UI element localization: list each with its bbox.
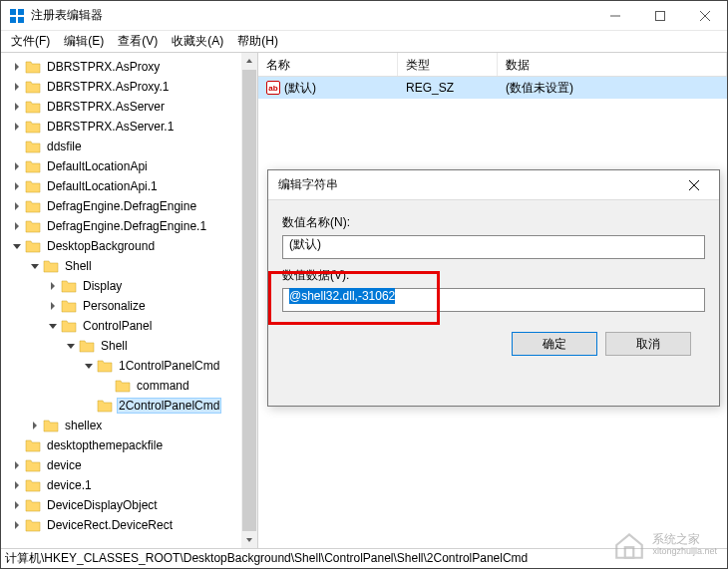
scroll-up-icon[interactable] [241,53,257,69]
folder-icon [115,379,131,393]
tree-item[interactable]: DefaultLocationApi.1 [5,176,257,196]
chevron-right-icon[interactable] [11,101,23,113]
tree-item[interactable]: DesktopBackground [5,236,257,256]
tree-item-label: Shell [63,258,94,274]
chevron-right-icon[interactable] [11,160,23,172]
tree-item-label: DefaultLocationApi [45,158,150,174]
folder-icon [25,219,41,233]
chevron-right-icon[interactable] [11,200,23,212]
chevron-right-icon[interactable] [47,300,59,312]
tree-item-label: device [45,457,84,473]
cancel-button[interactable]: 取消 [605,332,691,356]
expander-none [101,380,113,392]
minimize-button[interactable] [592,1,637,31]
chevron-right-icon[interactable] [11,180,23,192]
folder-icon [25,438,41,452]
folder-icon [25,518,41,532]
chevron-down-icon[interactable] [83,360,95,372]
tree-item[interactable]: Shell [5,336,257,356]
menu-edit[interactable]: 编辑(E) [58,31,110,52]
menu-favorites[interactable]: 收藏夹(A) [166,31,229,52]
list-row[interactable]: ab(默认)REG_SZ(数值未设置) [258,77,727,99]
chevron-right-icon[interactable] [11,121,23,133]
folder-icon [25,498,41,512]
chevron-right-icon[interactable] [11,499,23,511]
tree-item[interactable]: DefragEngine.DefragEngine [5,196,257,216]
menu-view[interactable]: 查看(V) [112,31,164,52]
chevron-right-icon[interactable] [11,519,23,531]
tree-item[interactable]: Shell [5,256,257,276]
ok-button[interactable]: 确定 [512,332,597,356]
svg-rect-1 [18,9,24,15]
tree-item-label: ControlPanel [81,318,154,334]
statusbar: 计算机\HKEY_CLASSES_ROOT\DesktopBackground\… [1,548,727,568]
value-name: (默认) [284,80,316,97]
col-name[interactable]: 名称 [258,53,398,76]
expander-none [11,439,23,451]
tree-item-label: DBRSTPRX.AsProxy.1 [45,79,171,95]
scrollbar-thumb[interactable] [242,70,256,531]
value-data: (数值未设置) [506,80,573,97]
menu-file[interactable]: 文件(F) [5,31,56,52]
tree-item[interactable]: shellex [5,416,257,435]
tree-item[interactable]: DBRSTPRX.AsProxy [5,57,257,77]
tree-item[interactable]: device.1 [5,475,257,495]
chevron-right-icon[interactable] [11,479,23,491]
titlebar: 注册表编辑器 [1,1,727,31]
chevron-down-icon[interactable] [29,260,41,272]
tree-item[interactable]: 1ControlPanelCmd [5,356,257,376]
value-name-input[interactable]: (默认) [282,235,705,259]
tree-item[interactable]: Display [5,276,257,296]
chevron-down-icon[interactable] [11,240,23,252]
tree-item[interactable]: DeviceRect.DeviceRect [5,515,257,535]
menu-help[interactable]: 帮助(H) [231,31,284,52]
chevron-down-icon[interactable] [65,340,77,352]
col-data[interactable]: 数据 [498,53,727,76]
tree-item-label: ddsfile [45,139,84,154]
tree-item[interactable]: DeviceDisplayObject [5,495,257,515]
tree-item-label: DefragEngine.DefragEngine [45,198,198,214]
tree-item-label: 1ControlPanelCmd [117,358,221,374]
col-type[interactable]: 类型 [398,53,498,76]
scroll-down-icon[interactable] [241,532,257,548]
value-name-label: 数值名称(N): [282,214,705,231]
chevron-right-icon[interactable] [11,81,23,93]
tree-item-label: Display [81,278,124,294]
list-header: 名称 类型 数据 [258,53,727,77]
tree-item[interactable]: 2ControlPanelCmd [5,396,257,416]
status-path: 计算机\HKEY_CLASSES_ROOT\DesktopBackground\… [5,550,528,567]
tree-item-label: DefragEngine.DefragEngine.1 [45,218,208,234]
tree-item[interactable]: DBRSTPRX.AsProxy.1 [5,77,257,97]
tree-item[interactable]: command [5,376,257,396]
tree-item[interactable]: Personalize [5,296,257,316]
expander-none [83,400,95,412]
tree-item-label: DBRSTPRX.AsServer.1 [45,119,176,135]
tree-item[interactable]: device [5,455,257,475]
tree-item[interactable]: ControlPanel [5,316,257,336]
tree-item[interactable]: DBRSTPRX.AsServer [5,97,257,117]
folder-icon [25,458,41,472]
folder-icon [61,319,77,333]
folder-icon [25,179,41,193]
tree-item[interactable]: ddsfile [5,137,257,156]
chevron-right-icon[interactable] [11,220,23,232]
folder-icon [25,140,41,153]
maximize-button[interactable] [637,1,682,31]
tree-item[interactable]: DefragEngine.DefragEngine.1 [5,216,257,236]
registry-tree[interactable]: DBRSTPRX.AsProxyDBRSTPRX.AsProxy.1DBRSTP… [1,53,258,548]
dialog-close-button[interactable] [679,180,709,190]
tree-item[interactable]: DefaultLocationApi [5,156,257,176]
tree-item-label: DefaultLocationApi.1 [45,178,160,194]
svg-rect-0 [10,9,16,15]
chevron-right-icon[interactable] [11,61,23,73]
close-button[interactable] [682,1,727,31]
tree-scrollbar-vertical[interactable] [241,53,257,548]
tree-item[interactable]: DBRSTPRX.AsServer.1 [5,117,257,137]
chevron-right-icon[interactable] [47,280,59,292]
chevron-down-icon[interactable] [47,320,59,332]
tree-item-label: DeviceDisplayObject [45,497,160,513]
chevron-right-icon[interactable] [29,420,41,431]
tree-item[interactable]: desktopthemepackfile [5,435,257,455]
chevron-right-icon[interactable] [11,459,23,471]
folder-icon [25,478,41,492]
